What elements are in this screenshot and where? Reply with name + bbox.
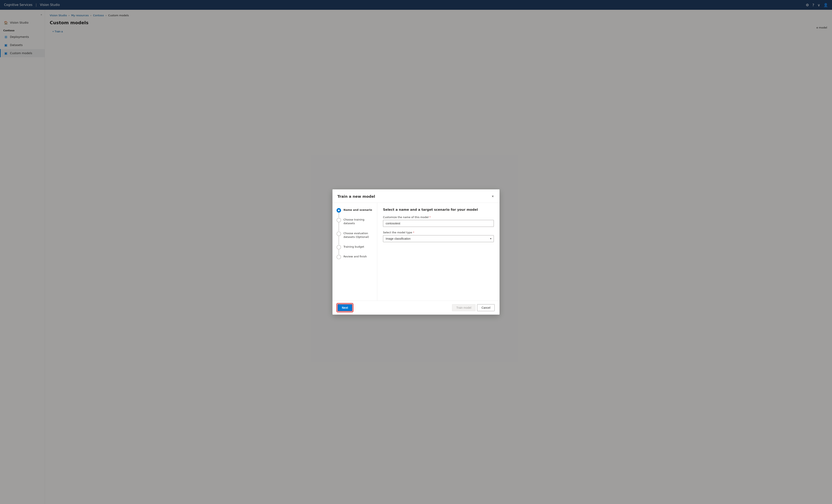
modal-form: Select a name and a target scenario for … bbox=[377, 203, 499, 300]
footer-right: Train model Cancel bbox=[452, 304, 495, 311]
train-model-modal: Train a new model × Name and scenario bbox=[333, 189, 499, 315]
model-name-required: * bbox=[430, 216, 431, 219]
stepper: Name and scenario Choose training datase… bbox=[333, 203, 377, 300]
step-1-inner bbox=[338, 210, 340, 211]
model-type-required: * bbox=[413, 231, 414, 234]
step-training-datasets: Choose training datasets bbox=[337, 217, 373, 231]
step-review-finish: Review and finish bbox=[337, 254, 373, 264]
step-3-circle bbox=[337, 232, 341, 236]
modal-title: Train a new model bbox=[337, 194, 375, 198]
step-4-line bbox=[339, 249, 339, 254]
modal-close-button[interactable]: × bbox=[491, 193, 495, 200]
model-name-field: Customize the name of this model * bbox=[383, 216, 494, 227]
modal-header: Train a new model × bbox=[333, 189, 499, 203]
step-3-label: Choose evaluation datasets (Optional) bbox=[343, 231, 373, 244]
next-button[interactable]: Next bbox=[337, 304, 353, 311]
footer-left: Next bbox=[337, 304, 353, 311]
modal-body: Name and scenario Choose training datase… bbox=[333, 203, 499, 300]
cancel-button[interactable]: Cancel bbox=[477, 304, 495, 311]
step-1-circle bbox=[337, 208, 341, 213]
step-4-circle bbox=[337, 245, 341, 249]
step-5-circle bbox=[337, 255, 341, 259]
step-5-left bbox=[337, 254, 341, 264]
step-2-line bbox=[339, 222, 339, 231]
modal-overlay: Train a new model × Name and scenario bbox=[0, 0, 832, 504]
step-training-budget: Training budget bbox=[337, 244, 373, 254]
form-section-title: Select a name and a target scenario for … bbox=[383, 208, 494, 212]
step-2-label: Choose training datasets bbox=[343, 217, 373, 231]
step-4-label: Training budget bbox=[343, 244, 364, 254]
model-name-label: Customize the name of this model * bbox=[383, 216, 494, 219]
step-4-left bbox=[337, 244, 341, 254]
model-type-select[interactable]: Image classification Object detection bbox=[383, 235, 494, 242]
step-1-line bbox=[339, 213, 339, 217]
model-type-field: Select the model type * Image classifica… bbox=[383, 231, 494, 242]
step-2-left bbox=[337, 217, 341, 231]
train-model-button-footer: Train model bbox=[452, 304, 475, 311]
step-1-left bbox=[337, 208, 341, 217]
model-type-label: Select the model type * bbox=[383, 231, 494, 234]
model-type-select-wrapper: Image classification Object detection ▾ bbox=[383, 235, 494, 242]
modal-footer: Next Train model Cancel bbox=[333, 300, 499, 315]
model-name-input[interactable] bbox=[383, 220, 494, 227]
step-2-circle bbox=[337, 218, 341, 222]
step-5-label: Review and finish bbox=[343, 254, 367, 264]
step-3-line bbox=[339, 236, 339, 244]
step-name-scenario: Name and scenario bbox=[337, 208, 373, 217]
step-1-label: Name and scenario bbox=[343, 208, 372, 217]
step-evaluation-datasets: Choose evaluation datasets (Optional) bbox=[337, 231, 373, 244]
step-3-left bbox=[337, 231, 341, 244]
